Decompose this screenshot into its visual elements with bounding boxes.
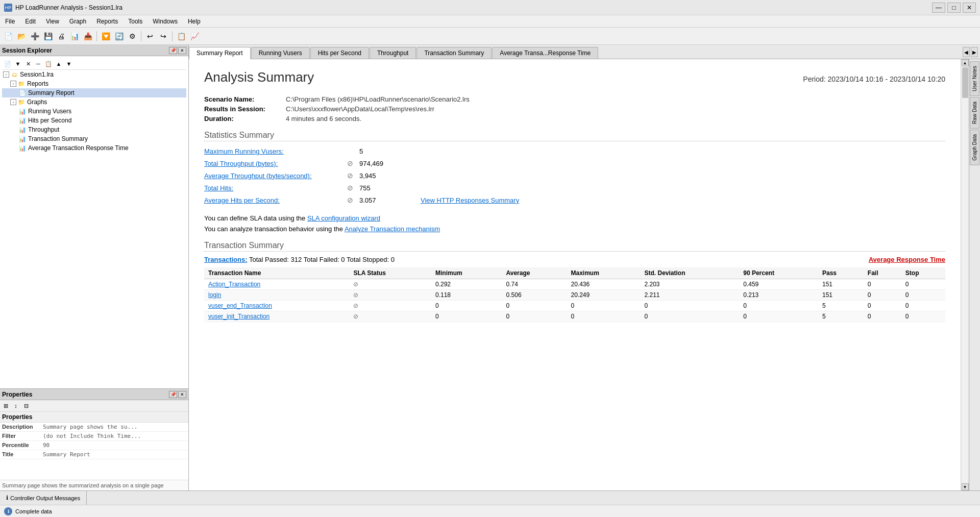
tab-scroll-right[interactable]: ▶ xyxy=(971,47,978,57)
props-sort-btn[interactable]: ↕ xyxy=(11,401,20,410)
td-name-1[interactable]: login xyxy=(204,290,349,301)
settings-button[interactable]: ⚙ xyxy=(126,30,138,42)
prop-val-title: Summary Report xyxy=(41,450,188,459)
scroll-down-btn[interactable]: ▼ xyxy=(962,483,969,490)
hits-chart-icon: 📊 xyxy=(18,116,27,125)
menu-view[interactable]: View xyxy=(41,15,64,27)
props-controls[interactable]: 📌 ✕ xyxy=(169,391,186,398)
refresh-button[interactable]: 🔄 xyxy=(113,30,125,42)
filter-button[interactable]: 🔽 xyxy=(100,30,112,42)
graph-button[interactable]: 📈 xyxy=(188,30,201,42)
tree-transaction-summary[interactable]: 📊 Transaction Summary xyxy=(2,134,186,143)
print-button[interactable]: 🖨 xyxy=(55,30,67,42)
graphs-expand[interactable]: - xyxy=(10,99,16,105)
avg-throughput-label[interactable]: Average Throughput (bytes/second): xyxy=(204,172,347,180)
raw-data-tab[interactable]: Raw Data xyxy=(970,97,979,129)
window-controls[interactable]: — □ ✕ xyxy=(932,3,976,13)
undo-button[interactable]: ↩ xyxy=(144,30,156,42)
menu-graph[interactable]: Graph xyxy=(64,15,91,27)
tree-up-btn[interactable]: ▲ xyxy=(54,59,63,68)
save-button[interactable]: 💾 xyxy=(42,30,54,42)
properties-title: Properties xyxy=(2,391,32,398)
props-close-button[interactable]: ✕ xyxy=(178,391,186,398)
tree-down-btn[interactable]: ▼ xyxy=(64,59,74,68)
menu-reports[interactable]: Reports xyxy=(91,15,123,27)
td-avg-3: 0 xyxy=(502,311,567,322)
tree-avg-response[interactable]: 📊 Average Transaction Response Time xyxy=(2,143,186,153)
tree-graphs-folder[interactable]: - 📁 Graphs xyxy=(2,97,186,107)
tree-dropdown-btn[interactable]: ▼ xyxy=(13,59,22,68)
close-panel-button[interactable]: ✕ xyxy=(178,47,186,54)
tree-root[interactable]: - 🗂 Session1.lra xyxy=(2,70,186,79)
tree-running-vusers[interactable]: 📊 Running Vusers xyxy=(2,107,186,116)
menu-edit[interactable]: Edit xyxy=(20,15,41,27)
open-button[interactable]: 📂 xyxy=(15,30,28,42)
props-grid-btn[interactable]: ⊞ xyxy=(1,401,10,410)
total-throughput-label[interactable]: Total Throughput (bytes): xyxy=(204,160,347,167)
menu-help[interactable]: Help xyxy=(183,15,206,27)
tab-running-vusers[interactable]: Running Vusers xyxy=(251,47,310,59)
td-name-2[interactable]: vuser_end_Transaction xyxy=(204,301,349,311)
close-button[interactable]: ✕ xyxy=(963,3,976,13)
report-button[interactable]: 📋 xyxy=(175,30,187,42)
tree-summary-report[interactable]: 📄 Summary Report xyxy=(2,88,186,97)
max-vusers-label[interactable]: Maximum Running Vusers: xyxy=(204,147,347,155)
max-vusers-link[interactable]: Maximum Running Vusers: xyxy=(204,147,284,155)
graph-data-tab[interactable]: Graph Data xyxy=(970,130,979,165)
vertical-scrollbar[interactable]: ▲ ▼ xyxy=(961,59,969,490)
pin-button[interactable]: 📌 xyxy=(169,47,177,54)
tab-throughput[interactable]: Throughput xyxy=(370,47,416,59)
transaction-summary-label: Transaction Summary xyxy=(28,135,88,142)
tree-delete-btn[interactable]: ✕ xyxy=(23,59,33,68)
tab-transaction-summary[interactable]: Transaction Summary xyxy=(416,47,492,59)
td-name-0[interactable]: Action_Transaction xyxy=(204,279,349,290)
tab-hits-per-second[interactable]: Hits per Second xyxy=(310,47,369,59)
tree-throughput[interactable]: 📊 Throughput xyxy=(2,125,186,134)
menu-windows[interactable]: Windows xyxy=(148,15,183,27)
analyze-trans-link[interactable]: Analyze Transaction mechanism xyxy=(345,225,440,233)
panel-controls[interactable]: 📌 ✕ xyxy=(169,47,186,54)
export-button[interactable]: 📊 xyxy=(68,30,81,42)
total-hits-label[interactable]: Total Hits: xyxy=(204,184,347,192)
import-button[interactable]: 📥 xyxy=(82,30,94,42)
avg-hits-label[interactable]: Average Hits per Second: xyxy=(204,196,347,204)
td-name-3[interactable]: vuser_init_Transaction xyxy=(204,311,349,322)
minimize-button[interactable]: — xyxy=(932,3,945,13)
controller-output-tab[interactable]: ℹ Controller Output Messages xyxy=(0,491,87,505)
menu-file[interactable]: File xyxy=(0,15,20,27)
props-pin-button[interactable]: 📌 xyxy=(169,391,177,398)
reports-expand[interactable]: - xyxy=(10,81,16,87)
avg-response-link-container[interactable]: Average Response Time xyxy=(869,256,945,263)
redo-button[interactable]: ↪ xyxy=(157,30,169,42)
transaction-summary-section: Transaction Summary Transactions: Total … xyxy=(204,241,945,322)
user-notes-tab[interactable]: User Notes xyxy=(970,61,979,96)
new-button[interactable]: 📄 xyxy=(2,30,14,42)
tab-summary-report[interactable]: Summary Report xyxy=(189,47,251,59)
total-hits-link[interactable]: Total Hits: xyxy=(204,184,233,192)
total-throughput-link[interactable]: Total Throughput (bytes): xyxy=(204,160,278,167)
transactions-link[interactable]: Transactions: xyxy=(204,256,248,263)
avg-response-time-link[interactable]: Average Response Time xyxy=(869,256,945,263)
prop-val-filter: (do not Include Think Time... xyxy=(41,432,188,441)
avg-hits-link[interactable]: Average Hits per Second: xyxy=(204,196,280,204)
tree-reports-folder[interactable]: - 📁 Reports xyxy=(2,79,186,88)
scroll-thumb[interactable] xyxy=(962,67,968,98)
tree-copy-btn[interactable]: 📋 xyxy=(44,59,53,68)
tree-dash-btn[interactable]: ─ xyxy=(34,59,43,68)
add-button[interactable]: ➕ xyxy=(29,30,41,42)
stat-row-max-vusers: Maximum Running Vusers: 5 xyxy=(204,145,945,157)
view-http-link[interactable]: View HTTP Responses Summary xyxy=(421,196,519,204)
props-other-btn[interactable]: ⊟ xyxy=(21,401,31,410)
td-fail-3: 0 xyxy=(864,311,901,322)
scroll-up-btn[interactable]: ▲ xyxy=(962,59,969,66)
avg-throughput-link[interactable]: Average Throughput (bytes/second): xyxy=(204,172,312,180)
tab-scroll-left[interactable]: ◀ xyxy=(963,47,970,57)
root-expand[interactable]: - xyxy=(3,71,9,78)
tab-avg-response-time[interactable]: Average Transa...Response Time xyxy=(492,47,598,59)
tree-new-btn[interactable]: 📄 xyxy=(3,59,12,68)
http-responses-link[interactable]: View HTTP Responses Summary xyxy=(421,196,519,204)
tree-hits-per-second[interactable]: 📊 Hits per Second xyxy=(2,116,186,125)
menu-tools[interactable]: Tools xyxy=(123,15,148,27)
maximize-button[interactable]: □ xyxy=(947,3,961,13)
sla-config-link[interactable]: SLA configuration wizard xyxy=(307,214,380,222)
